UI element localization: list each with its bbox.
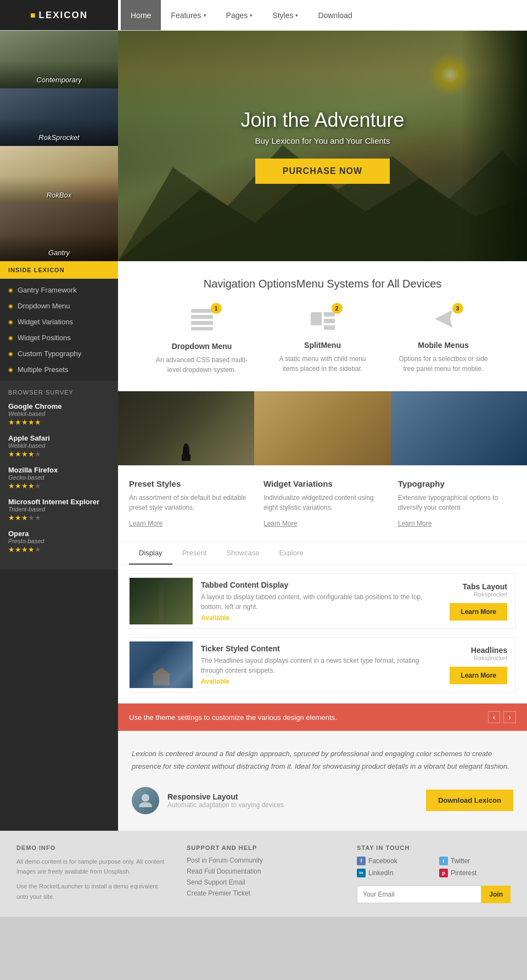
feature-widget-variations: Widget Variations Individualize widgetiz… <box>264 479 382 528</box>
browser-name: Apple Safari <box>8 434 110 442</box>
feature-title-3: Typography <box>398 479 516 488</box>
feature-link-2[interactable]: Learn More <box>264 520 297 527</box>
logo-icon: ■ <box>30 10 36 20</box>
browser-engine: Webkit-based <box>8 442 110 449</box>
feature-link-3[interactable]: Learn More <box>398 520 431 527</box>
nav-item-home[interactable]: Home <box>121 0 161 30</box>
social-pinterest[interactable]: p Pinterest <box>439 869 511 877</box>
browser-stars: ★★★★★ <box>8 545 110 554</box>
card-title-2: Ticker Styled Content <box>201 644 425 653</box>
browser-survey-section: BROWSER SURVEY Google Chrome Webkit-base… <box>0 381 118 570</box>
download-subtitle: Automatic adaptation to varying devices <box>167 801 418 809</box>
browser-survey-heading: BROWSER SURVEY <box>8 389 110 396</box>
sidebar-item-presets[interactable]: ◉ Multiple Presets <box>0 362 118 378</box>
download-info: Responsive Layout Automatic adaptation t… <box>167 792 418 809</box>
feature-link-1[interactable]: Learn More <box>129 520 162 527</box>
card-image-2 <box>130 641 193 688</box>
download-lexicon-button[interactable]: Download Lexicon <box>426 790 513 811</box>
chevron-down-icon: ▾ <box>250 13 253 18</box>
browser-engine: Presto-based <box>8 538 110 544</box>
browser-stars: ★★★★★ <box>8 514 110 522</box>
logo-text: LEXICON <box>39 10 88 21</box>
browser-engine: Trident-based <box>8 506 110 512</box>
logo[interactable]: ■ LEXICON <box>0 0 118 30</box>
hero-thumb-1[interactable]: Contemporary <box>0 31 118 88</box>
nav-item-download[interactable]: Download <box>308 0 362 30</box>
content-card-1: Tabbed Content Display A layout to displ… <box>129 573 516 629</box>
browser-name: Google Chrome <box>8 402 110 410</box>
browser-item-safari: Apple Safari Webkit-based ★★★★★ <box>8 434 110 458</box>
tabs-nav: Display Present Showcase Explore <box>118 542 527 565</box>
badge-1: 1 <box>211 303 222 314</box>
social-twitter[interactable]: t Twitter <box>439 857 511 865</box>
hero-subtitle: Buy Lexicon for You and Your Clients <box>240 136 404 145</box>
svg-rect-3 <box>191 315 213 319</box>
alert-arrows: ‹ › <box>488 711 516 723</box>
content-cards: Tabbed Content Display A layout to displ… <box>118 565 527 703</box>
description-section: Lexicon is centered around a flat design… <box>118 731 527 831</box>
footer-link-ticket[interactable]: Create Premier Ticket <box>187 889 340 897</box>
card-image-1 <box>130 578 193 624</box>
svg-rect-5 <box>191 327 213 330</box>
footer-support-heading: SUPPORT AND HELP <box>187 844 340 851</box>
content-card-2: Ticker Styled Content The Headlines layo… <box>129 637 516 692</box>
tab-present[interactable]: Present <box>172 542 217 565</box>
browser-name: Mozilla Firefox <box>8 466 110 474</box>
hero-thumb-4[interactable]: Gantry <box>0 204 118 261</box>
svg-rect-6 <box>311 312 322 325</box>
browser-item-firefox: Mozilla Firefox Gecko-based ★★★★★ <box>8 466 110 490</box>
email-input[interactable] <box>357 886 481 903</box>
svg-rect-4 <box>191 321 213 325</box>
nav-item-styles[interactable]: Styles ▾ <box>262 0 308 30</box>
hero-thumb-3[interactable]: RokBox <box>0 146 118 204</box>
twitter-icon: t <box>439 857 448 865</box>
card-source-1: Roksprocket <box>441 591 507 598</box>
download-row: Responsive Layout Automatic adaptation t… <box>132 787 513 814</box>
bullet-icon: ◉ <box>8 319 13 325</box>
card-learn-more-2[interactable]: Learn More <box>450 667 507 684</box>
footer-demo-heading: DEMO INFO <box>16 844 170 851</box>
nav-option-desc-1: An advanced CSS based multi-level dropdo… <box>153 355 251 375</box>
photo-cell-3 <box>391 391 527 465</box>
main-content: Join the Adventure Buy Lexicon for You a… <box>118 31 527 831</box>
hero-content: Join the Adventure Buy Lexicon for You a… <box>240 109 404 184</box>
nav-item-pages[interactable]: Pages ▾ <box>216 0 263 30</box>
tab-explore[interactable]: Explore <box>269 542 313 565</box>
footer-link-forum[interactable]: Post in Forum Community <box>187 857 340 864</box>
sidebar-item-typography[interactable]: ◉ Custom Typography <box>0 346 118 362</box>
card-desc-1: A layout to display tabbed content, with… <box>201 592 425 612</box>
nav-icon-wrap-2: 2 <box>310 306 336 334</box>
alert-text: Use the theme settings to customize the … <box>129 713 337 722</box>
join-button[interactable]: Join <box>481 886 511 903</box>
sidebar-item-gantry[interactable]: ◉ Gantry Framework <box>0 282 118 298</box>
footer-link-docs[interactable]: Read Full Documentation <box>187 868 340 875</box>
tab-showcase[interactable]: Showcase <box>216 542 269 565</box>
chevron-down-icon: ▾ <box>295 13 298 18</box>
tab-display[interactable]: Display <box>129 542 172 565</box>
alert-next-button[interactable]: › <box>503 711 516 723</box>
social-facebook[interactable]: f Facebook <box>357 857 428 865</box>
svg-rect-7 <box>324 312 335 317</box>
sidebar-item-widget-positions[interactable]: ◉ Widget Positions <box>0 330 118 346</box>
card-desc-2: The Headlines layout displays content in… <box>201 656 425 675</box>
card-meta-2: Headlines Roksprocket Learn More <box>433 639 515 691</box>
purchase-now-button[interactable]: Purchase Now <box>255 159 390 184</box>
svg-rect-9 <box>324 325 335 330</box>
facebook-icon: f <box>357 857 366 865</box>
social-linkedin[interactable]: in LinkedIn <box>357 869 428 877</box>
alert-prev-button[interactable]: ‹ <box>488 711 501 723</box>
footer-link-support[interactable]: Send Support Email <box>187 878 340 886</box>
card-title-1: Tabbed Content Display <box>201 581 425 589</box>
hero-thumb-2[interactable]: RokSprocket <box>0 88 118 146</box>
nav-option-desc-3: Options for a selectbox or side tree pan… <box>394 354 493 374</box>
sidebar-item-dropdown[interactable]: ◉ Dropdown Menu <box>0 298 118 314</box>
thumb-label-2: RokSprocket <box>0 133 118 146</box>
bullet-icon: ◉ <box>8 287 13 293</box>
card-learn-more-1[interactable]: Learn More <box>450 603 507 621</box>
nav-option-title-1: Dropdown Menu <box>153 342 251 351</box>
nav-options-title: Navigation OptionsMenu Systems for All D… <box>129 278 516 290</box>
badge-3: 3 <box>452 303 463 314</box>
sidebar-item-widget-variations[interactable]: ◉ Widget Variations <box>0 314 118 330</box>
nav-item-features[interactable]: Features ▾ <box>161 0 216 30</box>
browser-stars: ★★★★★ <box>8 482 110 490</box>
